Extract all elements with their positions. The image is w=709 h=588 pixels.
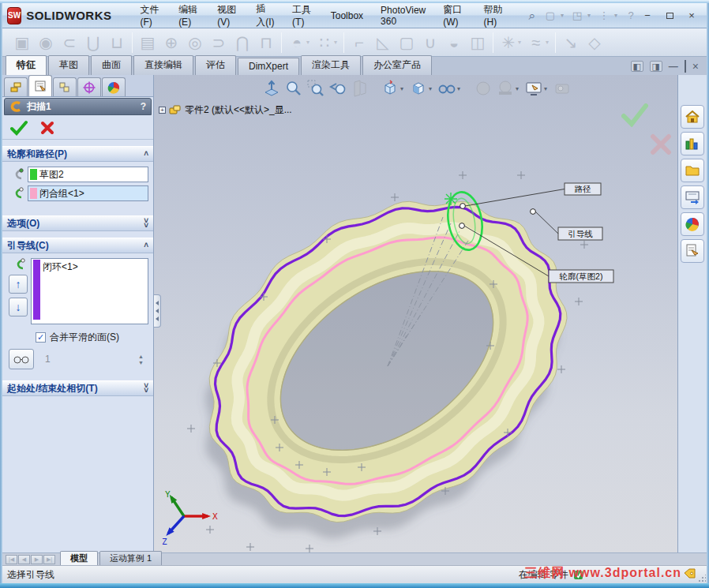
mirror-button[interactable]: ◫ [466, 31, 490, 54]
callout-anchor-point[interactable] [531, 209, 536, 215]
solidworks-resources-button[interactable] [681, 105, 704, 129]
dome-button[interactable]: ◒ [442, 31, 466, 54]
next-frame-button[interactable]: ▶ [31, 555, 43, 564]
restore-doc-button[interactable] [685, 61, 686, 72]
swept-cut-button[interactable]: ⊃ [207, 31, 231, 54]
custom-properties-button[interactable] [681, 239, 704, 263]
guide-curve-item[interactable]: 闭环<1> [43, 260, 78, 274]
dropdown-caret-icon[interactable]: ▾ [518, 39, 524, 46]
curves-button[interactable]: ≈ [524, 31, 548, 54]
dropdown-caret-icon[interactable]: ▾ [516, 85, 522, 92]
shell-button[interactable]: ▢ [395, 31, 418, 54]
wrap-button[interactable]: ∪ [418, 31, 442, 54]
new-document-icon[interactable]: ▢ [542, 8, 558, 24]
boundary-cut-button[interactable]: ⊓ [254, 31, 278, 54]
menu-工具T[interactable]: 工具(T) [284, 0, 321, 31]
lofted-cut-button[interactable]: ⋂ [231, 31, 254, 54]
search-icon[interactable]: ⌕ [524, 8, 540, 24]
show-sections-button[interactable] [9, 349, 34, 369]
draft-button[interactable]: ◺ [371, 31, 395, 54]
design-library-button[interactable] [681, 132, 704, 155]
menu-窗口W[interactable]: 窗口(W) [435, 0, 474, 31]
file-explorer-button[interactable] [681, 159, 704, 182]
lofted-boss-button[interactable]: ⋃ [81, 31, 105, 54]
guide-curve-list[interactable]: 闭环<1> [31, 258, 148, 324]
menu-帮助H[interactable]: 帮助(H) [476, 0, 514, 31]
view-settings-button[interactable] [523, 78, 544, 99]
section-view-button[interactable] [350, 78, 370, 99]
extruded-cut-button[interactable]: ▤ [136, 31, 159, 54]
linear-pattern-button[interactable]: ∷ [313, 31, 336, 54]
tab-特征[interactable]: 特征 [6, 55, 47, 76]
tab-办公室产品[interactable]: 办公室产品 [362, 55, 432, 75]
menu-视图V[interactable]: 视图(V) [209, 0, 246, 31]
close-doc-button[interactable]: × [692, 60, 699, 73]
tab-DimXpert[interactable]: DimXpert [238, 58, 299, 75]
tab-渲染工具[interactable]: 渲染工具 [301, 55, 361, 75]
edit-appearance-button[interactable] [473, 78, 493, 99]
section-number-spinner[interactable]: ▲▼ [138, 354, 144, 365]
view-orientation-button[interactable] [380, 78, 400, 99]
normal-to-view-button[interactable] [261, 78, 282, 99]
tab-评估[interactable]: 评估 [195, 55, 236, 75]
minimize-button[interactable]: − [639, 9, 656, 23]
last-frame-button[interactable]: ▶| [43, 555, 55, 564]
rib-button[interactable]: ⌐ [347, 31, 371, 54]
merge-faces-checkbox[interactable]: ✓ [36, 332, 46, 343]
dropdown-caret-icon[interactable]: ▾ [400, 85, 407, 92]
ok-button[interactable] [10, 120, 28, 136]
extruded-boss-button[interactable]: ▣ [10, 31, 34, 54]
hole-wizard-button[interactable]: ⊕ [159, 31, 183, 54]
resize-grip[interactable] [698, 575, 706, 582]
menu-Toolbox[interactable]: Toolbox [323, 7, 371, 24]
dropdown-caret-icon[interactable]: ▾ [587, 12, 594, 19]
move-down-button[interactable]: ↓ [9, 298, 28, 316]
swept-boss-button[interactable]: ⊂ [58, 31, 81, 54]
dimxpert-tools-button[interactable]: ◇ [583, 31, 606, 54]
apply-scene-button[interactable] [495, 78, 516, 99]
zoom-fit-button[interactable] [283, 78, 304, 99]
reference-geometry-button[interactable]: ✳ [497, 31, 520, 54]
panel-tab-feature-manager[interactable] [4, 77, 28, 96]
instant3d-button[interactable]: ↘ [559, 31, 583, 54]
previous-view-button[interactable] [328, 78, 348, 99]
selection-box[interactable]: 闭合组<1> [28, 185, 148, 201]
hide-show-items-button[interactable] [437, 78, 457, 99]
panel-tab-display-manager[interactable] [102, 77, 126, 96]
revolved-boss-button[interactable]: ◉ [34, 31, 58, 54]
move-up-button[interactable]: ↑ [9, 275, 28, 294]
tab-草图[interactable]: 草图 [48, 55, 89, 75]
confirm-corner-ok-icon[interactable] [621, 103, 648, 127]
display-style-button[interactable] [408, 78, 429, 99]
panel-tab-property-manager[interactable] [28, 75, 52, 96]
help-icon[interactable]: ? [623, 8, 639, 24]
menu-插入I[interactable]: 插入(I) [248, 0, 283, 32]
dropdown-caret-icon[interactable]: ▾ [429, 85, 435, 92]
cancel-button[interactable] [40, 121, 54, 135]
graphics-viewport[interactable]: 路径引导线轮廓(草图2) ▾▾▾▾▾ + 零件2 (默认<<默认>_显... X… [154, 75, 677, 552]
appearances-button[interactable] [681, 212, 704, 236]
zoom-area-button[interactable] [306, 78, 326, 99]
panel-tab-dimxpert-manager[interactable] [77, 77, 101, 96]
first-frame-button[interactable]: |◀ [6, 555, 17, 564]
panel-tab-configuration-manager[interactable] [53, 77, 77, 96]
view-palette-button[interactable] [681, 185, 704, 209]
dropdown-caret-icon[interactable]: ▾ [306, 39, 313, 46]
measure-button[interactable] [552, 78, 572, 99]
dropdown-caret-icon[interactable]: ▾ [334, 39, 340, 46]
menu-PhotoView360[interactable]: PhotoView 360 [373, 2, 433, 30]
fillet-button[interactable]: ◓ [285, 31, 309, 54]
dropdown-caret-icon[interactable]: ▾ [614, 12, 621, 19]
group-header-options[interactable]: 选项(O) ˅˅ [2, 215, 153, 231]
callout-anchor-point[interactable] [460, 223, 465, 229]
revolved-cut-button[interactable]: ◎ [183, 31, 207, 54]
menu-编辑E[interactable]: 编辑(E) [171, 0, 208, 31]
menu-文件F[interactable]: 文件(F) [133, 0, 170, 31]
section-number-value[interactable]: 1 [45, 354, 51, 365]
toggle-right-pane-icon[interactable]: ◨ [650, 61, 662, 72]
callout-anchor-point[interactable] [460, 204, 466, 209]
document-breadcrumb[interactable]: + 零件2 (默认<<默认>_显... [159, 103, 292, 117]
group-header-tangency[interactable]: 起始处/结束处相切(T) ˅˅ [2, 380, 153, 396]
boundary-boss-button[interactable]: ⊔ [105, 31, 129, 54]
tab-直接编辑[interactable]: 直接编辑 [133, 55, 193, 75]
